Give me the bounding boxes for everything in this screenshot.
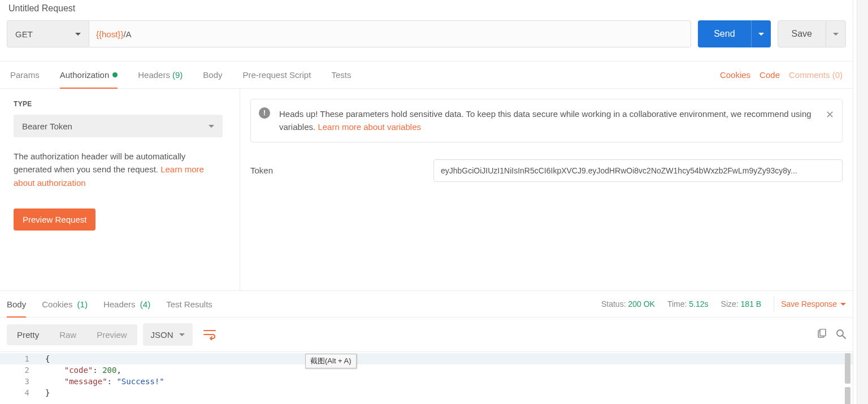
copy-icon[interactable]: [817, 329, 827, 341]
save-button-label: Save: [778, 21, 826, 47]
screenshot-tooltip: 截图(Alt + A): [305, 354, 357, 368]
response-toolbar: Pretty Raw Preview JSON: [0, 318, 853, 352]
view-preview[interactable]: Preview: [86, 324, 137, 345]
token-label: Token: [250, 166, 420, 175]
tab-body[interactable]: Body: [203, 62, 222, 88]
tab-headers[interactable]: Headers(9): [138, 62, 183, 88]
resp-tab-headers[interactable]: Headers (4): [103, 291, 150, 317]
code-scroll-thumb-bottom[interactable]: [845, 387, 850, 404]
auth-note: The authorization header will be automat…: [14, 150, 223, 189]
learn-more-variables-link[interactable]: Learn more about variables: [318, 122, 421, 132]
wrap-lines-button[interactable]: [198, 323, 221, 346]
view-mode-group: Pretty Raw Preview: [7, 324, 137, 345]
chevron-down-icon: [840, 303, 846, 306]
close-icon[interactable]: ✕: [826, 107, 834, 123]
save-dropdown[interactable]: [826, 21, 845, 47]
tab-tests[interactable]: Tests: [331, 62, 351, 88]
sensitive-data-alert: ! Heads up! These parameters hold sensit…: [250, 99, 843, 142]
chevron-down-icon: [75, 33, 81, 36]
svg-point-2: [837, 330, 843, 336]
request-tabs: Params Authorization Headers(9) Body Pre…: [0, 62, 853, 89]
resp-tab-test-results[interactable]: Test Results: [166, 291, 212, 317]
request-title: Untitled Request: [0, 0, 853, 20]
active-indicator-icon: [112, 72, 118, 77]
response-status: Status: 200 OK Time: 5.12s Size: 181 B S…: [601, 296, 846, 312]
url-path: /A: [123, 29, 131, 39]
resp-tab-body[interactable]: Body: [7, 291, 26, 317]
svg-rect-1: [820, 329, 826, 336]
chevron-down-icon: [833, 33, 839, 36]
save-button[interactable]: Save: [778, 20, 846, 47]
code-scroll-thumb-top[interactable]: [845, 353, 850, 384]
url-input[interactable]: {{host}}/A: [89, 20, 691, 47]
tab-prerequest[interactable]: Pre-request Script: [243, 62, 311, 88]
cookies-link[interactable]: Cookies: [720, 70, 750, 80]
http-method-select[interactable]: GET: [7, 20, 89, 47]
request-right-links: Cookies Code Comments (0): [720, 70, 843, 80]
wrap-icon: [203, 329, 216, 340]
send-button[interactable]: Send: [698, 20, 770, 47]
code-link[interactable]: Code: [760, 70, 780, 80]
info-icon: !: [259, 107, 270, 119]
authorization-panel: TYPE Bearer Token The authorization head…: [0, 89, 853, 290]
format-select[interactable]: JSON: [143, 323, 193, 346]
save-response-button[interactable]: Save Response: [774, 296, 846, 312]
response-body-code[interactable]: 1 { 2 "code": 200, 3 "message": "Success…: [0, 352, 853, 404]
size-value: 181 B: [741, 299, 762, 309]
comments-link[interactable]: Comments (0): [789, 70, 843, 80]
status-value: 200 OK: [628, 299, 654, 309]
search-icon[interactable]: [836, 329, 846, 341]
http-method-value: GET: [15, 29, 33, 39]
send-button-label: Send: [698, 20, 750, 47]
chevron-down-icon: [209, 125, 214, 128]
auth-type-value: Bearer Token: [22, 121, 72, 131]
svg-line-3: [843, 336, 845, 338]
request-row: GET {{host}}/A Send Save: [0, 20, 853, 62]
preview-request-button[interactable]: Preview Request: [14, 208, 96, 231]
view-raw[interactable]: Raw: [49, 324, 86, 345]
outer-scrollbar[interactable]: [857, 0, 868, 404]
view-pretty[interactable]: Pretty: [7, 324, 49, 345]
time-value: 5.12s: [689, 299, 708, 309]
auth-left-panel: TYPE Bearer Token The authorization head…: [0, 89, 240, 290]
send-dropdown[interactable]: [751, 20, 771, 47]
resp-tab-cookies[interactable]: Cookies (1): [42, 291, 88, 317]
response-tabs: Body Cookies (1) Headers (4) Test Result…: [0, 290, 853, 318]
token-input[interactable]: eyJhbGciOiJIUzI1NiIsInR5cCI6IkpXVCJ9.eyJ…: [433, 159, 843, 182]
auth-type-select[interactable]: Bearer Token: [14, 115, 223, 137]
tab-authorization[interactable]: Authorization: [60, 62, 118, 88]
auth-type-label: TYPE: [14, 100, 226, 108]
chevron-down-icon: [179, 333, 185, 336]
auth-right-panel: ! Heads up! These parameters hold sensit…: [240, 89, 853, 290]
chevron-down-icon: [758, 33, 764, 36]
tab-params[interactable]: Params: [10, 62, 40, 88]
token-row: Token eyJhbGciOiJIUzI1NiIsInR5cCI6IkpXVC…: [250, 159, 843, 182]
url-variable: {{host}}: [96, 29, 123, 39]
